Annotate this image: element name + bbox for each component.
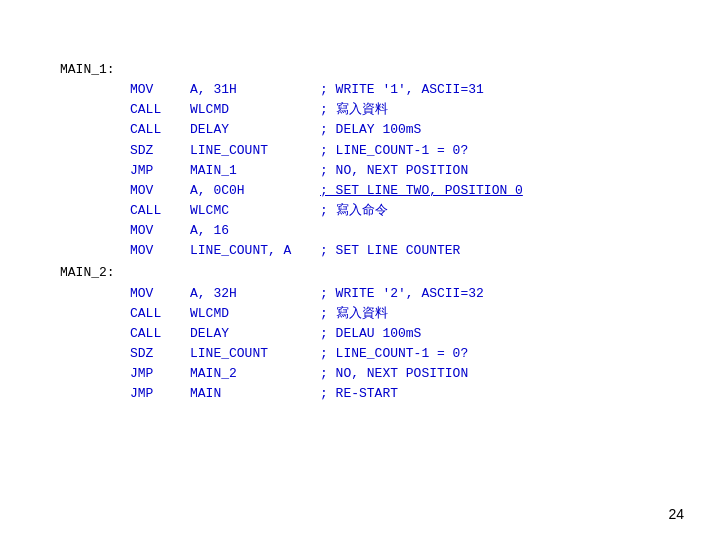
instr-jmp1: JMP bbox=[130, 161, 190, 181]
instr-call4: CALL bbox=[130, 304, 190, 324]
arg-a31h: A, 31H bbox=[190, 80, 320, 100]
arg-delay2: DELAY bbox=[190, 324, 320, 344]
code-row: JMP MAIN ; RE-START bbox=[60, 384, 523, 404]
comment-write-data1: ; 寫入資料 bbox=[320, 100, 388, 120]
main2-label-row: MAIN_2: bbox=[60, 263, 523, 283]
comment-delay2: ; DELAU 100mS bbox=[320, 324, 421, 344]
comment-write-cmd: ; 寫入命令 bbox=[320, 201, 388, 221]
arg-delay1: DELAY bbox=[190, 120, 320, 140]
comment-linecount2: ; LINE_COUNT-1 = 0? bbox=[320, 344, 468, 364]
arg-a16: A, 16 bbox=[190, 221, 320, 241]
comment-next2: ; NO, NEXT POSITION bbox=[320, 364, 468, 384]
page-number: 24 bbox=[668, 506, 684, 522]
arg-wlcmd1: WLCMD bbox=[190, 100, 320, 120]
arg-linecount2: LINE_COUNT bbox=[190, 344, 320, 364]
main1-label-row: MAIN_1: bbox=[60, 60, 523, 80]
arg-a32h: A, 32H bbox=[190, 284, 320, 304]
instr-call3: CALL bbox=[130, 201, 190, 221]
code-row: CALL DELAY ; DELAY 100mS bbox=[60, 120, 523, 140]
code-row: SDZ LINE_COUNT ; LINE_COUNT-1 = 0? bbox=[60, 141, 523, 161]
comment-restart: ; RE-START bbox=[320, 384, 398, 404]
comment-linecount1: ; LINE_COUNT-1 = 0? bbox=[320, 141, 468, 161]
arg-linecount-a: LINE_COUNT, A bbox=[190, 241, 320, 261]
instr-call5: CALL bbox=[130, 324, 190, 344]
arg-linecount1: LINE_COUNT bbox=[190, 141, 320, 161]
code-row: CALL WLCMD ; 寫入資料 bbox=[60, 100, 523, 120]
instr-mov4: MOV bbox=[130, 241, 190, 261]
arg-0c0h: A, 0C0H bbox=[190, 181, 320, 201]
code-row: MOV A, 16 bbox=[60, 221, 523, 241]
comment-write-data2: ; 寫入資料 bbox=[320, 304, 388, 324]
code-row: SDZ LINE_COUNT ; LINE_COUNT-1 = 0? bbox=[60, 344, 523, 364]
instr-sdz2: SDZ bbox=[130, 344, 190, 364]
instr-mov3: MOV bbox=[130, 221, 190, 241]
instr-mov1: MOV bbox=[130, 80, 190, 100]
arg-main: MAIN bbox=[190, 384, 320, 404]
code-row: MOV LINE_COUNT, A ; SET LINE COUNTER bbox=[60, 241, 523, 261]
instr-sdz1: SDZ bbox=[130, 141, 190, 161]
code-row: CALL WLCMD ; 寫入資料 bbox=[60, 304, 523, 324]
comment-write2: ; WRITE '2', ASCII=32 bbox=[320, 284, 484, 304]
code-row: CALL WLCMC ; 寫入命令 bbox=[60, 201, 523, 221]
comment-write1: ; WRITE '1', ASCII=31 bbox=[320, 80, 484, 100]
instr-jmp3: JMP bbox=[130, 384, 190, 404]
arg-wlcmc: WLCMC bbox=[190, 201, 320, 221]
code-row: JMP MAIN_1 ; NO, NEXT POSITION bbox=[60, 161, 523, 181]
arg-main2: MAIN_2 bbox=[190, 364, 320, 384]
code-row: CALL DELAY ; DELAU 100mS bbox=[60, 324, 523, 344]
instr-jmp2: JMP bbox=[130, 364, 190, 384]
code-block: MAIN_1: MOV A, 31H ; WRITE '1', ASCII=31… bbox=[60, 60, 523, 404]
comment-setcounter: ; SET LINE COUNTER bbox=[320, 241, 460, 261]
code-row: MOV A, 32H ; WRITE '2', ASCII=32 bbox=[60, 284, 523, 304]
instr-call1: CALL bbox=[130, 100, 190, 120]
comment-next1: ; NO, NEXT POSITION bbox=[320, 161, 468, 181]
code-row: MOV A, 0C0H ; SET LINE TWO, POSITION 0 bbox=[60, 181, 523, 201]
instr-mov5: MOV bbox=[130, 284, 190, 304]
arg-main1: MAIN_1 bbox=[190, 161, 320, 181]
code-row: MOV A, 31H ; WRITE '1', ASCII=31 bbox=[60, 80, 523, 100]
instr-call2: CALL bbox=[130, 120, 190, 140]
main2-label: MAIN_2: bbox=[60, 263, 115, 283]
code-row: JMP MAIN_2 ; NO, NEXT POSITION bbox=[60, 364, 523, 384]
slide-content: MAIN_1: MOV A, 31H ; WRITE '1', ASCII=31… bbox=[60, 60, 523, 404]
comment-delay1: ; DELAY 100mS bbox=[320, 120, 421, 140]
arg-wlcmd2: WLCMD bbox=[190, 304, 320, 324]
comment-setline: ; SET LINE TWO, POSITION 0 bbox=[320, 181, 523, 201]
main1-label: MAIN_1: bbox=[60, 60, 115, 80]
instr-mov2: MOV bbox=[130, 181, 190, 201]
